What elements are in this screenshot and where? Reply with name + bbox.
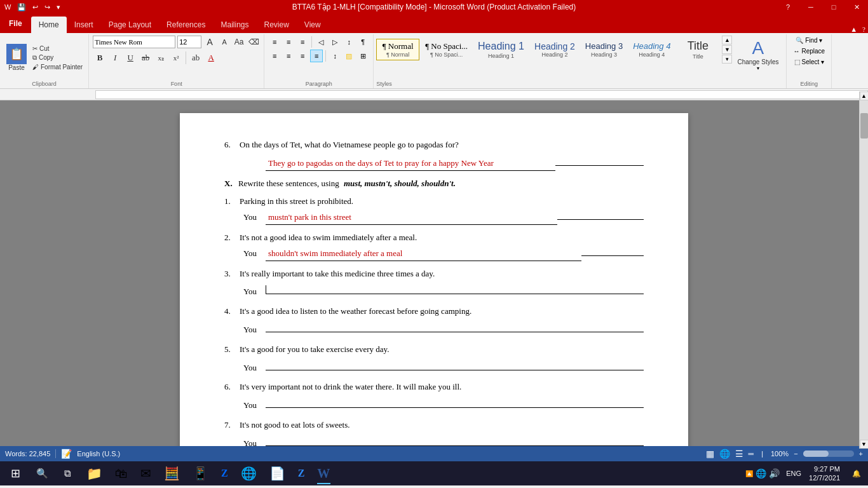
multilevel-btn[interactable]: ≡	[296, 36, 309, 48]
font-color-btn[interactable]: A	[204, 51, 218, 65]
search-button[interactable]: 🔍	[31, 463, 53, 484]
style-heading2[interactable]: Heading 2 Heading 2	[530, 39, 580, 61]
tab-review[interactable]: Review	[256, 17, 296, 33]
style-normal[interactable]: ¶ Normal ¶ Normal	[376, 39, 419, 60]
minimize-btn[interactable]: ─	[799, 0, 822, 14]
document-area[interactable]: 6. On the days of Tet, what do Vietnames…	[0, 100, 868, 446]
tab-insert[interactable]: Insert	[67, 17, 101, 33]
underline-btn[interactable]: U	[123, 51, 137, 65]
zoom-slider[interactable]	[803, 451, 854, 457]
select-button[interactable]: ⬚ Select ▾	[792, 57, 827, 67]
superscript-btn[interactable]: x²	[169, 51, 183, 65]
increase-indent-btn[interactable]: ▷	[329, 36, 341, 48]
help-btn[interactable]: ?	[776, 0, 799, 14]
taskbar-word[interactable]: W	[312, 463, 335, 484]
item-1-line: 1. Parking in this street is prohibited.	[224, 195, 644, 208]
align-center-btn[interactable]: ≡	[282, 50, 295, 62]
format-painter-button[interactable]: 🖌 Format Painter	[31, 63, 85, 71]
style-heading1[interactable]: Heading 1 Heading 1	[473, 37, 529, 61]
cut-button[interactable]: ✂ Cut	[31, 44, 85, 53]
styles-more[interactable]: ▾	[722, 55, 732, 64]
find-button[interactable]: 🔍 Find ▾	[793, 36, 825, 45]
sort-btn[interactable]: ↕	[342, 36, 355, 48]
zoom-out-icon[interactable]: −	[794, 450, 797, 458]
language-indicator[interactable]: ENG	[786, 470, 801, 477]
tab-view[interactable]: View	[297, 17, 329, 33]
shading-btn[interactable]: ▨	[342, 50, 355, 62]
undo-btn[interactable]: ↩	[31, 3, 40, 11]
style-heading3[interactable]: Heading 3 Heading 3	[581, 39, 627, 60]
change-styles-button[interactable]: A Change Styles ▾	[732, 36, 783, 87]
tab-references[interactable]: References	[159, 17, 213, 33]
phone-icon: 📱	[193, 466, 208, 481]
tab-home[interactable]: Home	[31, 17, 67, 33]
style-no-spacing[interactable]: ¶ No Spaci... ¶ No Spaci...	[421, 39, 472, 60]
view-outline-icon[interactable]: ☰	[735, 449, 743, 459]
save-btn[interactable]: 💾	[15, 3, 28, 11]
start-button[interactable]: ⊞	[3, 463, 28, 484]
numbering-btn[interactable]: ≡	[282, 36, 295, 48]
font-shrink-btn[interactable]: A	[218, 36, 231, 48]
taskbar-file-explorer[interactable]: 📁	[81, 463, 107, 484]
view-normal-icon[interactable]: ▦	[706, 449, 714, 459]
taskbar-store[interactable]: 🛍	[110, 463, 133, 484]
clear-format-btn[interactable]: ⌫	[247, 36, 260, 48]
scroll-up-btn[interactable]: ▲	[860, 92, 869, 100]
tab-mailings[interactable]: Mailings	[213, 17, 256, 33]
italic-btn[interactable]: I	[108, 51, 122, 65]
font-name-select[interactable]	[93, 36, 175, 48]
view-web-icon[interactable]: 🌐	[719, 449, 730, 459]
taskbar-phone[interactable]: 📱	[187, 463, 214, 484]
font-grow-btn[interactable]: A	[203, 36, 216, 48]
line-spacing-btn[interactable]: ↕	[329, 50, 341, 62]
decrease-indent-btn[interactable]: ◁	[315, 36, 327, 48]
styles-scroll-down[interactable]: ▼	[722, 45, 732, 54]
copy-button[interactable]: ⧉ Copy	[31, 53, 85, 62]
volume-icon[interactable]: 🔊	[769, 468, 780, 478]
align-left-btn[interactable]: ≡	[268, 50, 281, 62]
bullets-btn[interactable]: ≡	[268, 36, 281, 48]
change-case-btn[interactable]: Aa	[233, 36, 245, 48]
align-justify-btn[interactable]: ≡	[310, 50, 323, 62]
style-heading4[interactable]: Heading 4 Heading 4	[628, 39, 675, 60]
show-hidden-btn[interactable]: 🔼	[745, 470, 753, 477]
notification-btn[interactable]: 🔔	[848, 463, 865, 484]
style-title[interactable]: Title Title	[676, 37, 719, 62]
clock[interactable]: 9:27 PM 12/7/2021	[804, 464, 845, 483]
spell-check-icon[interactable]: 📝	[61, 449, 72, 459]
bold-btn[interactable]: B	[93, 51, 107, 65]
scroll-thumb[interactable]	[860, 113, 868, 139]
ribbon-collapse-btn[interactable]: ▲	[850, 25, 857, 33]
styles-scroll-up[interactable]: ▲	[722, 36, 732, 44]
align-right-btn[interactable]: ≡	[296, 50, 309, 62]
strikethrough-btn[interactable]: ab	[139, 51, 153, 65]
network-icon[interactable]: 🌐	[756, 468, 766, 478]
tab-page-layout[interactable]: Page Layout	[101, 17, 159, 33]
maximize-btn[interactable]: □	[822, 0, 845, 14]
close-btn[interactable]: ✕	[845, 0, 868, 14]
subscript-btn[interactable]: x₂	[154, 51, 168, 65]
task-view-button[interactable]: ⧉	[56, 463, 79, 484]
borders-btn[interactable]: ⊞	[356, 50, 369, 62]
vertical-scrollbar[interactable]: ▲ ▼	[859, 92, 868, 449]
show-formatting-btn[interactable]: ¶	[356, 36, 369, 48]
help-icon[interactable]: ?	[862, 25, 865, 33]
scroll-down-btn[interactable]: ▼	[860, 440, 869, 449]
view-draft-icon[interactable]: ═	[749, 449, 754, 458]
redo-btn[interactable]: ↪	[43, 3, 52, 11]
taskbar-chrome[interactable]: 🌐	[236, 463, 262, 484]
tab-file[interactable]: File	[0, 14, 31, 33]
scroll-track[interactable]	[860, 100, 869, 440]
text-highlight-btn[interactable]: ab	[189, 51, 203, 65]
customize-btn[interactable]: ▾	[55, 3, 62, 11]
zoom-in-icon[interactable]: +	[859, 450, 863, 458]
language[interactable]: English (U.S.)	[77, 450, 120, 458]
taskbar-zalo[interactable]: Z	[216, 463, 233, 484]
taskbar-zoom[interactable]: Z	[293, 463, 310, 484]
taskbar-mail[interactable]: ✉	[135, 463, 156, 484]
replace-button[interactable]: ↔ Replace	[790, 46, 827, 56]
taskbar-notepad[interactable]: 📄	[264, 463, 290, 484]
paste-button[interactable]: 📋 Paste	[4, 43, 29, 72]
font-size-select[interactable]	[177, 36, 201, 48]
taskbar-calculator[interactable]: 🧮	[159, 463, 185, 484]
